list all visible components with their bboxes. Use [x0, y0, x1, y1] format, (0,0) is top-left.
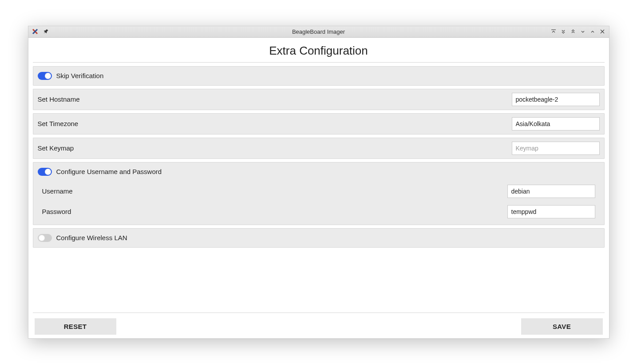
userpass-panel: Configure Username and Password Username… [33, 162, 605, 225]
userpass-toggle[interactable] [38, 168, 52, 176]
reset-button[interactable]: RESET [35, 318, 116, 335]
footer-divider [33, 313, 605, 313]
hostname-input[interactable] [512, 93, 600, 106]
userpass-header-row: Configure Username and Password [33, 162, 604, 181]
username-label: Username [42, 187, 73, 195]
timezone-row: Set Timezone [33, 114, 604, 134]
userpass-label: Configure Username and Password [56, 168, 162, 175]
keymap-input[interactable] [512, 142, 600, 155]
minimize-icon[interactable] [578, 27, 588, 36]
titlebar-left [28, 28, 49, 35]
keymap-panel: Set Keymap [33, 138, 605, 159]
double-chevron-up-icon[interactable] [568, 27, 578, 36]
titlebar-controls [549, 27, 609, 36]
keymap-label: Set Keymap [38, 144, 74, 152]
skip-verification-row: Skip Verification [33, 67, 604, 85]
wlan-row: Configure Wireless LAN [33, 229, 604, 247]
password-row: Password [33, 202, 604, 225]
timezone-label: Set Timezone [38, 120, 79, 127]
skip-verification-label: Skip Verification [56, 72, 104, 79]
roll-up-bar-icon[interactable] [549, 27, 558, 36]
wlan-toggle[interactable] [38, 234, 52, 242]
pin-icon[interactable] [43, 28, 49, 35]
maximize-icon[interactable] [588, 27, 597, 36]
save-button[interactable]: SAVE [521, 318, 603, 335]
hostname-panel: Set Hostname [33, 89, 605, 110]
skip-verification-panel: Skip Verification [33, 66, 605, 86]
close-icon[interactable] [597, 27, 607, 36]
skip-verification-toggle[interactable] [38, 72, 52, 80]
keymap-row: Set Keymap [33, 138, 604, 158]
footer-buttons: RESET SAVE [33, 318, 605, 335]
wlan-panel: Configure Wireless LAN [33, 228, 605, 248]
titlebar: BeagleBoard Imager [28, 26, 609, 38]
double-chevron-down-icon[interactable] [558, 27, 568, 36]
wlan-label: Configure Wireless LAN [56, 234, 127, 241]
password-label: Password [42, 208, 71, 215]
footer: RESET SAVE [33, 313, 605, 338]
hostname-label: Set Hostname [38, 95, 80, 103]
timezone-panel: Set Timezone [33, 113, 605, 135]
page-title: Extra Configuration [33, 38, 605, 62]
hostname-row: Set Hostname [33, 89, 604, 110]
timezone-input[interactable] [512, 117, 600, 131]
window-title: BeagleBoard Imager [28, 28, 609, 35]
application-window: BeagleBoard Imager Extra Configuration [28, 26, 609, 339]
username-row: Username [33, 181, 604, 202]
username-input[interactable] [507, 185, 595, 198]
content-area: Extra Configuration Skip Verification Se… [28, 38, 609, 338]
password-input[interactable] [507, 205, 595, 218]
divider [33, 62, 605, 63]
app-x-icon [32, 28, 38, 35]
